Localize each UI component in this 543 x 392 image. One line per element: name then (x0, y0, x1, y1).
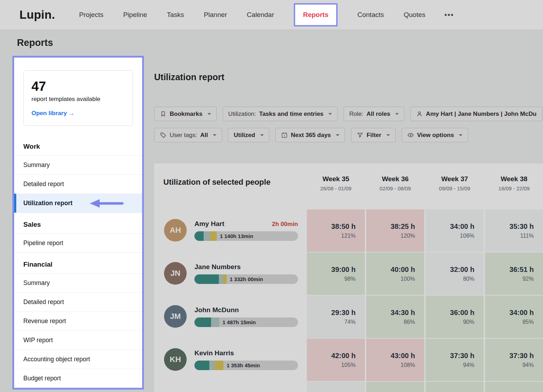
nav-item-planner[interactable]: Planner (204, 11, 227, 19)
utilization-cell: 32:00 h80% (426, 253, 484, 295)
cell-hours: 37:30 h (450, 352, 474, 360)
sidebar-item-detailed-report[interactable]: Detailed report (14, 292, 142, 311)
cell-hours: 34:00 h (450, 222, 474, 231)
filter-filter[interactable]: Filter (351, 128, 396, 142)
bar-segment-light (219, 274, 223, 284)
filter-user-tags[interactable]: User tags:All (154, 128, 222, 142)
nav-item-projects[interactable]: Projects (79, 11, 104, 19)
avatar: KH (164, 348, 187, 371)
filter-value: Bookmarks (170, 111, 203, 118)
utilization-progress-bar: 1 353h 45min (194, 361, 298, 370)
sidebar-item-pipeline-report[interactable]: Pipeline report (14, 233, 142, 253)
filter-role[interactable]: Role:All roles (344, 107, 404, 121)
chevron-down-icon (459, 134, 462, 136)
filter-prefix: Role: (349, 111, 363, 118)
sidebar-item-detailed-report[interactable]: Detailed report (14, 174, 142, 194)
utilization-cell: 36:00 h90% (426, 296, 484, 338)
table-row-partial (154, 381, 543, 392)
filter-value: View options (417, 132, 454, 139)
avatar: JN (164, 262, 187, 285)
bar-segment-yellow (210, 231, 217, 241)
sidebar-section-title: Work (14, 135, 142, 155)
bar-segment-teal (194, 231, 204, 241)
page-title: Reports (17, 37, 53, 48)
templates-card: 47 report templates available Open libra… (23, 70, 133, 126)
utilization-cell: 34:30 h86% (366, 296, 424, 338)
cell-percent: 106% (460, 233, 474, 239)
open-library-link[interactable]: Open library → (31, 110, 125, 117)
report-title: Utilization report (154, 72, 224, 82)
filter-utilization-type[interactable]: Utilization:Tasks and time entries (223, 107, 338, 121)
utilization-cell (485, 382, 543, 392)
chevron-down-icon (260, 134, 264, 136)
table-row: JMJohn McDunn1 487h 15min29:30 h74%34:30… (154, 295, 543, 338)
cell-hours: 37:30 h (509, 352, 534, 360)
sidebar-section-title: Sales (14, 213, 142, 233)
sidebar-item-accounting-object-report[interactable]: Accounting object report (14, 350, 142, 369)
filter-utilized[interactable]: Utilized (228, 128, 269, 142)
sidebar-item-summary[interactable]: Summary (14, 155, 142, 174)
cell-percent: 98% (344, 276, 356, 282)
sidebar-item-utilization-report[interactable]: Utilization report (14, 194, 142, 213)
nav-item-contacts[interactable]: Contacts (357, 11, 384, 19)
table-body: AHAmy Hart2h 00min1 140h 13min38:50 h121… (154, 209, 543, 392)
sidebar-item-summary[interactable]: Summary (14, 273, 142, 292)
eye-icon (407, 132, 414, 138)
person-cell (154, 381, 306, 392)
filter-selected-people[interactable]: Amy Hart | Jane Numbers | John McDu (410, 107, 542, 121)
nav-item-reports[interactable]: Reports (294, 3, 338, 26)
nav-item-calendar[interactable]: Calendar (247, 11, 274, 19)
cell-percent: 105% (341, 362, 356, 368)
person-name: John McDunn (194, 306, 239, 314)
filters-row-2: User tags:AllUtilized1Next 365 daysFilte… (154, 128, 543, 142)
week-header: Week 3526/08 - 01/09 (306, 164, 366, 209)
sidebar-section-sales: SalesPipeline report (14, 213, 142, 253)
person-name: Amy Hart (194, 220, 224, 228)
chevron-down-icon (336, 134, 339, 136)
sidebar-item-revenue-report[interactable]: Revenue report (14, 311, 142, 331)
bar-segment-light (209, 361, 215, 370)
avatar: AH (164, 219, 187, 242)
nav-item-pipeline[interactable]: Pipeline (123, 11, 147, 19)
person-cell: JMJohn McDunn1 487h 15min (154, 295, 306, 338)
main-nav: ProjectsPipelineTasksPlannerCalendarRepo… (79, 3, 425, 26)
chevron-down-icon (328, 113, 332, 115)
filter-bookmarks[interactable]: Bookmarks (154, 107, 217, 121)
nav-item-quotes[interactable]: Quotes (404, 11, 425, 19)
templates-count: 47 (31, 79, 125, 94)
utilization-cell: 29:30 h74% (307, 296, 365, 338)
reports-sidebar: 47 report templates available Open libra… (12, 56, 144, 390)
bar-segment-light (204, 231, 210, 241)
total-hours-label: 1 487h 15min (222, 319, 256, 325)
table-row: KHKevin Harris1 353h 45min42:00 h105%43:… (154, 338, 543, 381)
utilization-cell: 37:30 h94% (485, 339, 543, 381)
total-hours-label: 1 332h 00min (230, 276, 263, 282)
chevron-down-icon (213, 134, 216, 136)
week-label: Week 36 (366, 175, 425, 183)
sidebar-sections: WorkSummaryDetailed reportUtilization re… (14, 135, 142, 388)
week-header: Week 3602/09 - 08/09 (366, 164, 425, 209)
person-cell: KHKevin Harris1 353h 45min (154, 338, 306, 381)
cell-hours: 34:00 h (509, 309, 534, 317)
bar-segment-yellow (215, 361, 223, 370)
week-range: 16/09 - 22/09 (484, 185, 543, 191)
cell-hours: 36:00 h (450, 309, 474, 317)
utilization-progress-bar: 1 140h 13min (194, 231, 298, 241)
filter-value: All (200, 132, 208, 139)
nav-item-tasks[interactable]: Tasks (167, 11, 184, 19)
week-label: Week 37 (425, 175, 484, 183)
cell-percent: 90% (463, 319, 474, 325)
filter-view-options[interactable]: View options (402, 128, 468, 142)
top-nav: Lupin. ProjectsPipelineTasksPlannerCalen… (0, 0, 543, 30)
cell-hours: 35:30 h (509, 222, 534, 231)
sidebar-item-wip-report[interactable]: WIP report (14, 331, 142, 350)
utilization-progress-bar: 1 332h 00min (194, 274, 298, 284)
sidebar-item-budget-report[interactable]: Budget report (14, 369, 142, 388)
total-hours-label: 1 353h 45min (227, 362, 260, 368)
cell-percent: 94% (522, 362, 534, 368)
nav-more-button[interactable]: ••• (444, 11, 454, 19)
filter-date-range[interactable]: 1Next 365 days (275, 128, 345, 142)
person-name: Kevin Harris (194, 349, 234, 357)
cell-hours: 39:00 h (331, 266, 356, 274)
week-range: 02/09 - 08/09 (366, 185, 425, 191)
